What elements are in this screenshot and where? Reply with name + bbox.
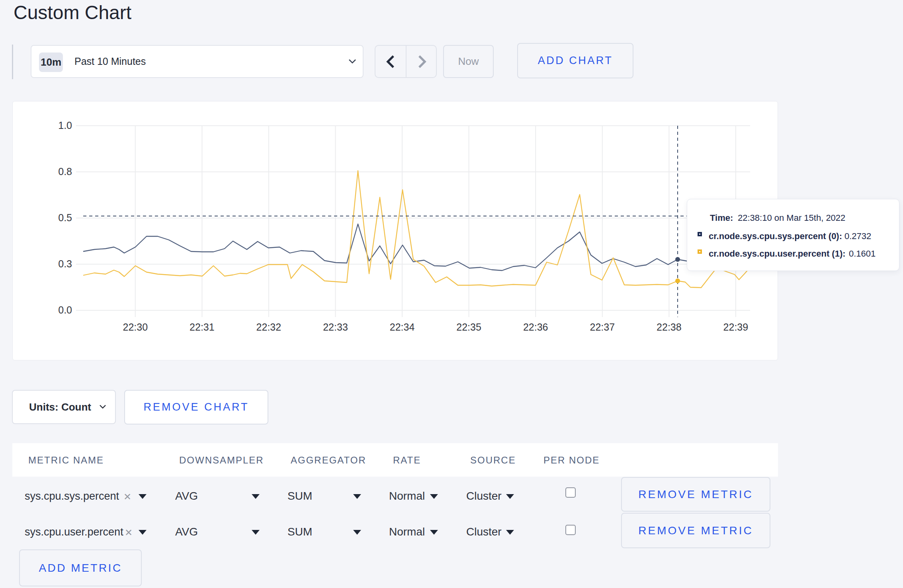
svg-text:0.3: 0.3 [58,258,72,269]
svg-text:22:32: 22:32 [256,321,281,333]
svg-text:22:34: 22:34 [390,321,415,333]
svg-text:22:33: 22:33 [323,321,348,333]
svg-text:22:36: 22:36 [523,321,548,333]
svg-text:22:37: 22:37 [590,321,615,333]
svg-text:22:31: 22:31 [190,321,215,333]
svg-text:22:38: 22:38 [657,321,682,333]
svg-text:0.8: 0.8 [58,166,72,177]
svg-text:22:35: 22:35 [456,321,481,333]
svg-text:22:39: 22:39 [723,321,749,333]
svg-text:1.0: 1.0 [58,120,72,131]
svg-text:22:30: 22:30 [123,321,148,333]
svg-text:0.5: 0.5 [58,212,72,223]
svg-text:0.0: 0.0 [58,304,72,315]
